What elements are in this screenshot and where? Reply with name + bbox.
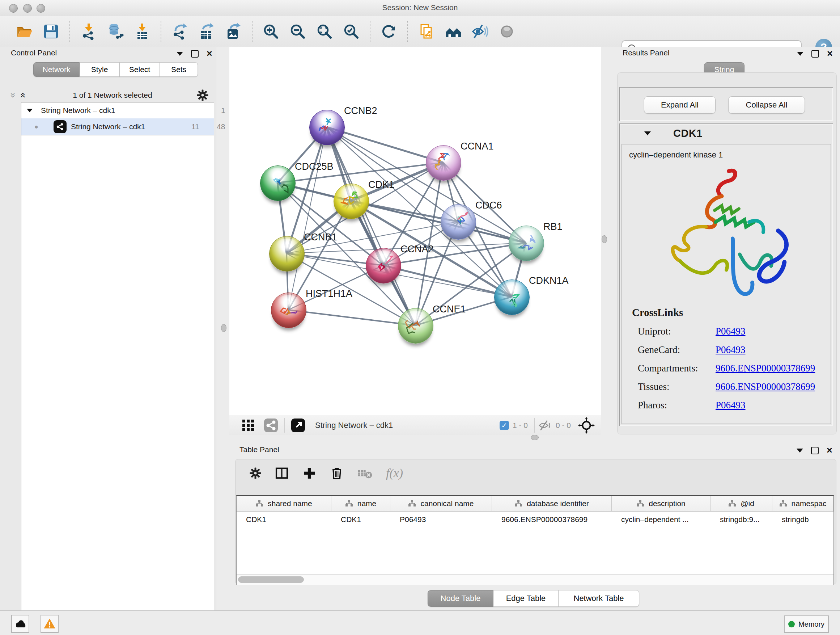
collapse-all-button[interactable]: Collapse All: [728, 96, 805, 114]
table-cell[interactable]: 9606.ENSP00000378699: [492, 511, 612, 527]
network-node-CCNA1[interactable]: [426, 145, 461, 181]
right-splitter-handle[interactable]: [602, 235, 607, 243]
table-row[interactable]: CDK1CDK1P064939606.ENSP00000378699cyclin…: [237, 511, 834, 528]
save-session-icon[interactable]: [42, 22, 60, 41]
float-results-icon[interactable]: [812, 50, 819, 57]
crosslink-link[interactable]: P06493: [715, 340, 745, 359]
crosslink-link[interactable]: P06493: [715, 322, 745, 340]
tab-node-table[interactable]: Node Table: [428, 590, 493, 607]
zoom-selected-icon[interactable]: [342, 22, 361, 41]
column-header[interactable]: description: [612, 496, 711, 511]
tab-select[interactable]: Select: [120, 62, 160, 77]
network-canvas[interactable]: CCNB2CCNA1CDC25BCDK1CDC6RB1CCNB1CCNA2CDK…: [229, 47, 601, 416]
network-node-CDC25B[interactable]: [260, 165, 295, 201]
network-node-CDC6[interactable]: [441, 204, 476, 240]
collapse-all-networks-icon[interactable]: »: [19, 93, 26, 98]
import-table-icon[interactable]: [133, 22, 152, 41]
selected-checkbox-icon[interactable]: ✓: [500, 421, 509, 430]
cloud-button[interactable]: [11, 615, 29, 633]
hidden-eye-icon[interactable]: [538, 418, 552, 432]
add-column-icon[interactable]: [302, 466, 317, 480]
tab-edge-table[interactable]: Edge Table: [493, 590, 559, 607]
close-results-icon[interactable]: ×: [827, 51, 833, 57]
export-network-icon[interactable]: [171, 22, 189, 41]
export-image-icon[interactable]: [224, 22, 243, 41]
table-cell[interactable]: P06493: [390, 511, 492, 527]
birdseye-toggle-icon[interactable]: [578, 417, 595, 434]
column-header[interactable]: database identifier: [492, 496, 612, 511]
zoom-in-icon[interactable]: [262, 22, 280, 41]
warning-button[interactable]: [41, 615, 58, 633]
network-node-CCNE1[interactable]: [398, 308, 433, 344]
tab-style[interactable]: Style: [80, 62, 120, 77]
close-table-icon[interactable]: ×: [827, 448, 832, 454]
network-node-CDKN1A[interactable]: [494, 279, 530, 315]
hide-selected-icon[interactable]: [471, 22, 489, 41]
export-table-icon[interactable]: [197, 22, 216, 41]
collapse-table-icon[interactable]: [797, 448, 803, 453]
table-options-gear-icon[interactable]: [249, 467, 262, 479]
houses-icon[interactable]: [444, 22, 463, 41]
float-table-icon[interactable]: [811, 447, 819, 454]
zoom-fit-icon[interactable]: [315, 22, 334, 41]
edge-count: 48: [217, 122, 225, 131]
bottom-splitter-handle[interactable]: [531, 435, 538, 440]
left-splitter-handle[interactable]: [221, 324, 226, 332]
close-panel-icon[interactable]: ×: [207, 51, 212, 57]
clone-network-icon[interactable]: [417, 22, 436, 41]
tab-network[interactable]: Network: [33, 62, 80, 77]
network-node-CCNB1[interactable]: [269, 236, 305, 272]
table-hscrollbar-thumb[interactable]: [238, 576, 304, 583]
table-cell[interactable]: stringdb: [772, 511, 834, 527]
float-panel-icon[interactable]: [191, 50, 199, 57]
network-node-HIST1H1A[interactable]: [271, 293, 306, 328]
crosslink-link[interactable]: 9606.ENSP00000378699: [715, 378, 815, 396]
table-cell[interactable]: CDK1: [237, 511, 332, 527]
crosslink-link[interactable]: P06493: [715, 396, 745, 415]
network-node-RB1[interactable]: [508, 226, 544, 261]
open-session-icon[interactable]: [15, 22, 34, 41]
tree-expand-icon[interactable]: [27, 109, 32, 112]
column-header[interactable]: canonical name: [390, 496, 492, 511]
refresh-icon[interactable]: [379, 22, 398, 41]
network-row-selected[interactable]: ● String Network – cdk1 11 48: [21, 119, 214, 135]
delete-column-icon[interactable]: [330, 466, 344, 480]
gene-collapse-icon[interactable]: [644, 131, 651, 135]
import-database-icon[interactable]: [106, 22, 125, 41]
network-node-label: CDC25B: [295, 161, 333, 172]
crosslink-label: Uniprot:: [638, 322, 715, 340]
network-collection-row[interactable]: String Network – cdk1 1: [21, 103, 214, 119]
network-view-icon[interactable]: [264, 418, 279, 433]
expand-all-button[interactable]: Expand All: [644, 96, 715, 114]
grid-view-icon[interactable]: [241, 418, 256, 432]
crosslink-link[interactable]: 9606.ENSP00000378699: [715, 359, 815, 378]
function-builder-icon[interactable]: f(x): [386, 466, 403, 480]
network-node-CCNB2[interactable]: [309, 110, 345, 145]
open-in-window-icon[interactable]: [291, 418, 306, 433]
show-all-icon[interactable]: [497, 22, 516, 41]
column-header[interactable]: shared name: [237, 496, 332, 511]
zoom-out-icon[interactable]: [288, 22, 307, 41]
tab-sets[interactable]: Sets: [160, 62, 198, 77]
network-options-gear-icon[interactable]: [196, 89, 209, 101]
table-cell[interactable]: cyclin–dependent ...: [612, 511, 711, 527]
column-header[interactable]: name: [332, 496, 390, 511]
table-tabs: Node TableEdge TableNetwork Table: [428, 590, 639, 607]
tab-network-table[interactable]: Network Table: [559, 590, 639, 607]
expand-all-networks-icon[interactable]: »: [10, 93, 17, 98]
collapse-results-icon[interactable]: [797, 52, 804, 56]
import-network-icon[interactable]: [79, 22, 98, 41]
memory-button[interactable]: Memory: [784, 616, 829, 633]
show-columns-icon[interactable]: [275, 466, 289, 480]
column-header[interactable]: namespac: [772, 496, 834, 511]
table-cell[interactable]: stringdb:9...: [711, 511, 772, 527]
column-header[interactable]: @id: [711, 496, 772, 511]
network-node-CDK1[interactable]: [333, 184, 369, 219]
table-hscrollbar[interactable]: [237, 574, 834, 585]
collapse-panel-icon[interactable]: [177, 52, 183, 56]
network-node-CCNA2[interactable]: [366, 248, 401, 283]
delete-table-icon[interactable]: [357, 466, 373, 480]
table-cell[interactable]: CDK1: [332, 511, 390, 527]
table-body-empty[interactable]: [237, 528, 834, 574]
gene-header[interactable]: CDK1: [620, 124, 833, 143]
